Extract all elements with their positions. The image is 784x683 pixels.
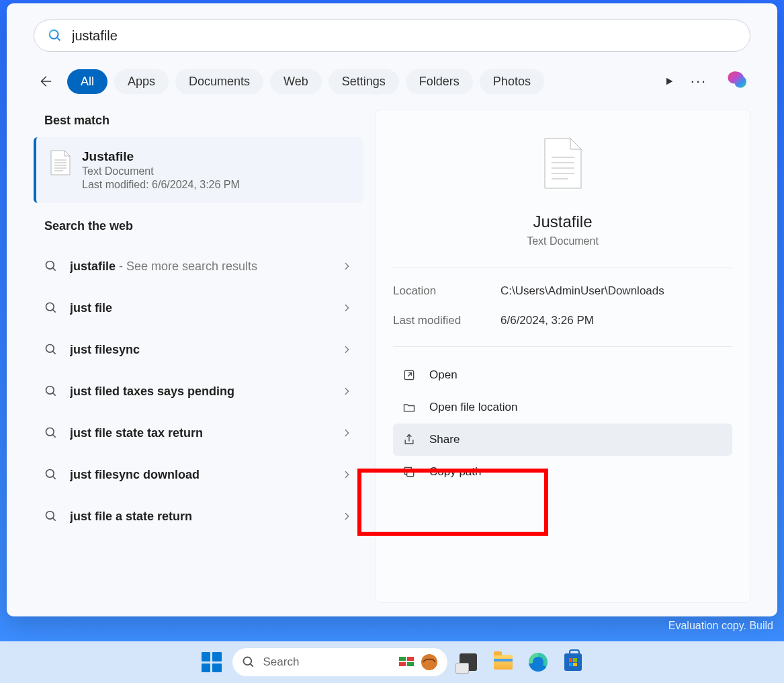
svg-point-15	[46, 428, 54, 436]
svg-rect-27	[407, 470, 414, 477]
svg-point-11	[46, 345, 54, 353]
filter-web[interactable]: Web	[270, 69, 322, 94]
play-button[interactable]	[658, 70, 681, 93]
svg-point-17	[46, 470, 54, 478]
svg-line-12	[53, 352, 56, 354]
chevron-right-icon	[341, 261, 352, 272]
web-result[interactable]: just file a state return	[34, 495, 363, 537]
text-file-icon	[543, 137, 582, 190]
open-icon	[402, 368, 416, 382]
filter-folders[interactable]: Folders	[406, 69, 473, 94]
svg-rect-33	[407, 662, 414, 666]
web-result-text: just filesync download	[70, 468, 341, 482]
search-icon	[44, 343, 58, 356]
file-explorer-button[interactable]	[489, 648, 517, 676]
filter-apps[interactable]: Apps	[114, 69, 169, 94]
svg-line-16	[53, 435, 56, 438]
search-icon	[44, 468, 58, 481]
web-result-text: just file a state return	[70, 510, 341, 524]
preview-pane: Justafile Text Document Location C:\User…	[375, 110, 750, 603]
filter-documents[interactable]: Documents	[175, 69, 263, 94]
back-button[interactable]	[34, 70, 56, 93]
search-bar[interactable]	[34, 19, 750, 52]
modified-value: 6/6/2024, 3:26 PM	[500, 314, 594, 327]
svg-line-8	[53, 268, 56, 271]
chevron-right-icon	[341, 511, 352, 522]
web-result[interactable]: just file state tax return	[34, 412, 363, 454]
search-icon	[44, 426, 58, 440]
best-match-result[interactable]: Justafile Text Document Last modified: 6…	[34, 137, 363, 203]
search-flyout: All Apps Documents Web Settings Folders …	[7, 3, 777, 616]
best-match-modified: Last modified: 6/6/2024, 3:26 PM	[82, 179, 240, 191]
action-share[interactable]: Share	[393, 424, 732, 456]
action-open-file-location[interactable]: Open file location	[393, 391, 732, 424]
chevron-right-icon	[341, 303, 352, 313]
svg-line-14	[53, 393, 56, 396]
chevron-right-icon	[341, 469, 352, 480]
filter-all[interactable]: All	[67, 69, 107, 94]
copilot-icon[interactable]	[724, 68, 750, 95]
taskbar: Search	[0, 641, 784, 683]
location-label: Location	[393, 284, 500, 298]
best-match-type: Text Document	[82, 165, 240, 177]
svg-point-9	[46, 303, 54, 311]
web-result-text: justafile - See more search results	[70, 259, 341, 274]
svg-line-1	[57, 38, 60, 41]
task-view-button[interactable]	[454, 648, 482, 676]
svg-point-19	[46, 512, 54, 520]
best-match-title: Justafile	[82, 149, 240, 164]
more-button[interactable]: ···	[687, 70, 710, 93]
web-result[interactable]: just filesync	[34, 329, 363, 370]
search-icon	[242, 655, 255, 669]
location-value: C:\Users\AdminUser\Downloads	[500, 284, 664, 298]
search-icon	[44, 301, 58, 315]
svg-point-28	[243, 657, 251, 666]
web-result-text: just file state tax return	[70, 426, 341, 440]
taskbar-search[interactable]: Search	[232, 648, 447, 676]
search-icon	[44, 510, 58, 523]
search-web-heading: Search the web	[34, 215, 363, 243]
search-input[interactable]	[72, 28, 736, 44]
svg-point-13	[46, 387, 54, 395]
share-icon	[402, 433, 416, 446]
best-match-heading: Best match	[34, 110, 363, 137]
search-icon	[44, 259, 58, 273]
filter-photos[interactable]: Photos	[480, 69, 544, 94]
filter-row: All Apps Documents Web Settings Folders …	[34, 68, 750, 95]
text-file-icon	[50, 149, 71, 176]
modified-label: Last modified	[393, 314, 500, 327]
edge-button[interactable]	[524, 648, 552, 676]
svg-line-29	[250, 664, 253, 667]
search-icon	[44, 385, 58, 398]
svg-rect-30	[399, 657, 406, 661]
store-button[interactable]	[559, 648, 587, 676]
preview-type: Text Document	[527, 235, 599, 247]
svg-point-0	[50, 30, 58, 39]
web-result[interactable]: just filesync download	[34, 454, 363, 495]
web-result[interactable]: justafile - See more search results	[34, 245, 363, 287]
results-column: Best match Justafile Text Document Last …	[34, 110, 363, 603]
svg-rect-32	[407, 657, 414, 661]
copy-icon	[402, 465, 416, 479]
svg-line-10	[53, 310, 56, 313]
web-result[interactable]: just filed taxes says pending	[34, 370, 363, 412]
folder-icon	[402, 401, 416, 414]
start-button[interactable]	[198, 648, 226, 676]
search-highlights-icon	[399, 653, 438, 671]
web-results-list: justafile - See more search results just…	[34, 245, 363, 537]
chevron-right-icon	[341, 428, 352, 438]
web-result[interactable]: just file	[34, 287, 363, 329]
filter-settings[interactable]: Settings	[329, 69, 399, 94]
web-result-text: just filed taxes says pending	[70, 385, 341, 399]
web-result-text: just file	[70, 301, 341, 315]
action-copy-path[interactable]: Copy path	[393, 456, 732, 488]
preview-title: Justafile	[533, 212, 592, 231]
action-open[interactable]: Open	[393, 359, 732, 391]
svg-point-7	[46, 262, 54, 270]
svg-rect-31	[399, 662, 406, 666]
watermark: Evaluation copy. Build	[668, 620, 773, 632]
search-icon	[48, 28, 62, 43]
svg-line-20	[53, 518, 56, 521]
chevron-right-icon	[341, 386, 352, 397]
web-result-text: just filesync	[70, 343, 341, 357]
